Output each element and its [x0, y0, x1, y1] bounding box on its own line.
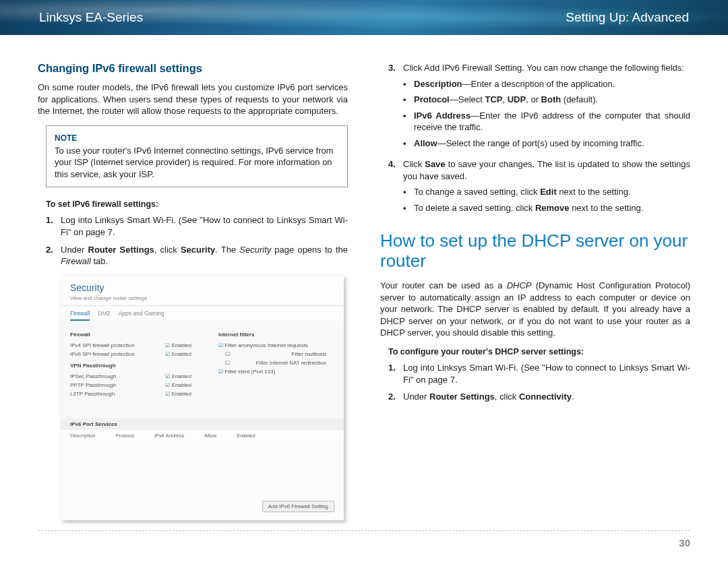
ss-title: Security	[70, 282, 334, 293]
ss-tabs: Firewall DMZ Apps and Gaming	[61, 306, 344, 321]
tab-dmz[interactable]: DMZ	[98, 310, 110, 321]
note-body: To use your router's IPv6 Internet conne…	[55, 145, 339, 181]
router-screenshot: Security View and change router settings…	[61, 276, 344, 520]
header-left: Linksys EA-Series	[39, 10, 143, 25]
tab-apps[interactable]: Apps and Gaming	[119, 310, 164, 321]
tab-firewall[interactable]: Firewall	[70, 310, 90, 321]
heading-dhcp: How to set up the DHCP server on your ro…	[380, 231, 690, 272]
steps-list-left: 1.Log into Linksys Smart Wi-Fi. (See "Ho…	[46, 214, 348, 267]
task-label: To set IPv6 firewall settings:	[46, 199, 348, 209]
right-column: 3. Click Add IPv6 Firewall Setting. You …	[380, 62, 690, 520]
add-firewall-button[interactable]: Add IPv6 Firewall Setting	[262, 501, 334, 512]
task-label-dhcp: To configure your router's DHCP server s…	[388, 347, 690, 356]
dhcp-intro: Your router can be used as a DHCP (Dynam…	[380, 280, 690, 339]
intro-text: On some router models, the IPv6 firewall…	[38, 82, 348, 117]
left-column: Changing IPv6 firewall settings On some …	[38, 62, 348, 520]
header-banner: Linksys EA-Series Setting Up: Advanced	[0, 0, 728, 35]
dhcp-step2: Under Router Settings, click Connectivit…	[403, 391, 690, 403]
note-title: NOTE	[55, 133, 339, 144]
step4: Click Save to save your changes. The lis…	[403, 158, 690, 218]
note-box: NOTE To use your router's IPv6 Internet …	[46, 125, 348, 188]
steps-list-dhcp: 1.Log into Linksys Smart Wi-Fi. (See "Ho…	[388, 362, 690, 403]
footer-divider	[38, 530, 690, 531]
subheading-ipv6: Changing IPv6 firewall settings	[38, 62, 348, 75]
step1: Log into Linksys Smart Wi-Fi. (See "How …	[61, 214, 348, 238]
step3: Click Add IPv6 Firewall Setting. You can…	[403, 62, 690, 153]
header-right: Setting Up: Advanced	[566, 10, 689, 25]
page-number: 30	[679, 537, 690, 549]
dhcp-step1: Log into Linksys Smart Wi-Fi. (See "How …	[403, 362, 690, 385]
steps-list-right: 3. Click Add IPv6 Firewall Setting. You …	[388, 62, 690, 218]
step2: Under Router Settings, click Security. T…	[61, 244, 348, 268]
ss-subtitle: View and change router settings	[70, 295, 334, 301]
